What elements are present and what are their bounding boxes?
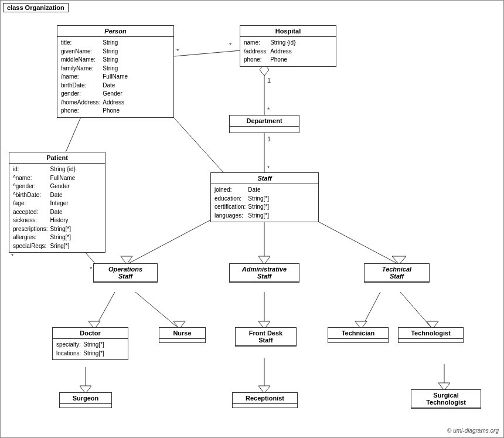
patient-body: id:String {id} ^name:FullName ^gender:Ge… [9,164,105,252]
technologist-body [399,339,463,342]
svg-text:1: 1 [267,77,271,84]
svg-text:*: * [229,42,232,49]
diagram-title: class Organization [3,3,69,12]
svg-line-0 [174,50,241,56]
administrative-staff-header: Administrative Staff [230,264,299,282]
doctor-class: Doctor specialty:String[*] locations:Str… [52,327,128,360]
staff-body: joined:Date education:String[*] certific… [211,184,318,222]
operations-staff-header: Operations Staff [94,264,157,282]
staff-header: Staff [211,173,318,184]
technologist-header: Technologist [399,328,463,339]
technician-class: Technician [328,327,389,343]
doctor-header: Doctor [53,328,128,339]
patient-header: Patient [9,152,105,164]
hospital-class: Hospital name:String {id} /address:Addre… [240,25,336,67]
technician-header: Technician [328,328,388,339]
receptionist-header: Receptionist [233,393,297,404]
svg-text:*: * [11,253,14,260]
svg-line-27 [361,292,380,329]
department-header: Department [230,116,299,127]
person-class: Person title:String givenName:String mid… [57,25,174,118]
surgical-technologist-header: Surgical Technologist [411,390,481,408]
staff-class: Staff joined:Date education:String[*] ce… [210,172,319,222]
receptionist-class: Receptionist [232,392,298,408]
technologist-class: Technologist [398,327,464,343]
hospital-header: Hospital [240,26,336,37]
surgical-technologist-class: Surgical Technologist [411,389,481,409]
person-body: title:String givenName:String middleName… [57,37,173,117]
nurse-body [159,339,205,342]
svg-text:*: * [267,165,270,172]
patient-class: Patient id:String {id} ^name:FullName ^g… [9,152,105,253]
department-body [230,127,299,133]
copyright-text: © uml-diagrams.org [447,427,499,434]
surgeon-class: Surgeon [59,392,112,408]
front-desk-class: Front Desk Staff [235,327,297,347]
technical-staff-header: Technical Staff [365,264,429,282]
surgeon-header: Surgeon [60,393,111,404]
hospital-body: name:String {id} /address:Address phone:… [240,37,336,66]
uml-diagram: class Organization * * 1 * 1 * * [0,0,504,438]
technical-staff-class: Technical Staff [364,263,430,283]
department-class: Department [229,115,299,133]
administrative-staff-class: Administrative Staff [229,263,299,283]
svg-text:*: * [267,106,270,113]
svg-line-29 [400,292,433,329]
nurse-class: Nurse [159,327,206,343]
front-desk-header: Front Desk Staff [236,328,296,346]
operations-staff-class: Operations Staff [93,263,158,283]
svg-text:*: * [90,266,93,273]
doctor-body: specialty:String[*] locations:String[*] [53,339,128,359]
surgeon-body [60,404,111,408]
svg-line-21 [94,292,115,329]
technician-body [328,339,388,342]
person-header: Person [57,26,173,37]
svg-line-23 [135,292,179,329]
receptionist-body [233,404,297,408]
svg-text:*: * [176,47,179,55]
svg-text:1: 1 [267,135,271,142]
nurse-header: Nurse [159,328,205,339]
